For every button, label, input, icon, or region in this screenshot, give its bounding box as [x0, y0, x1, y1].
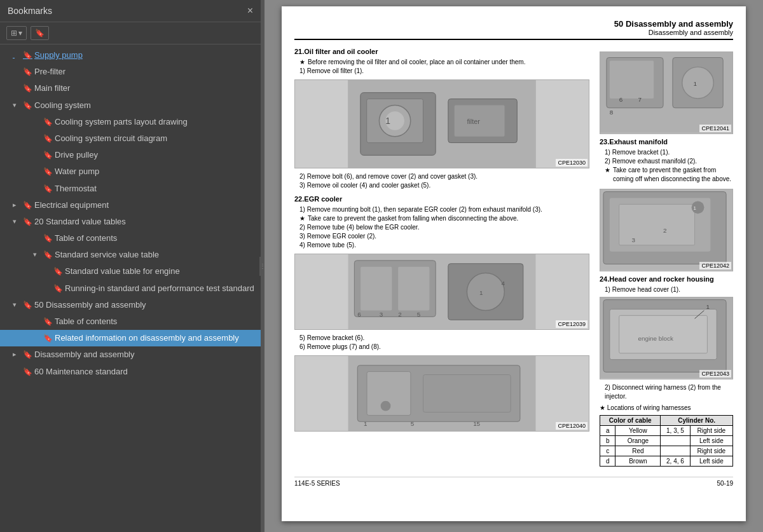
sidebar-item-water-pump[interactable]: 🔖 Water pump: [0, 163, 261, 180]
wiring-row4-col1: d: [600, 456, 615, 467]
oil-filter-image: 1 filter CPE12030: [294, 79, 589, 168]
col-right: 6 7 8 1 CPE12041 23.Exhaust manifold 1) …: [600, 48, 733, 467]
spacer: [43, 266, 52, 276]
section-23: 6 7 8 1 CPE12041 23.Exhaust manifold 1) …: [600, 51, 733, 467]
page-footer: 114E-5 SERIES 50-19: [294, 477, 733, 487]
bookmark-button[interactable]: 🔖: [31, 26, 49, 40]
svg-text:4: 4: [501, 280, 505, 287]
bookmark-icon: 🔖: [53, 266, 62, 277]
wiring-row2-col3: [661, 436, 690, 446]
bookmark-icon: 🔖: [23, 367, 32, 378]
sidebar-item-label: Disassembly and assembly: [34, 349, 256, 360]
section-23-step1: 1) Remove bracket (1).: [605, 148, 733, 157]
section-23-step2: 2) Remove exhaust manifold (2).: [605, 157, 733, 166]
sidebar-item-std-value-engine[interactable]: 🔖 Standard value table for engine: [0, 263, 261, 280]
sidebar-header: Bookmarks ×: [0, 0, 261, 22]
main-content: 50 Disassembly and assembly Disassembly …: [265, 0, 763, 532]
page-container: 50 Disassembly and assembly Disassembly …: [265, 0, 763, 532]
svg-text:filter: filter: [467, 118, 480, 125]
sidebar-item-toc1[interactable]: 🔖 Table of contents: [0, 230, 261, 247]
bookmark-icon: 🔖: [23, 217, 32, 228]
section-21-step3: 3) Remove oil cooler (4) and cooler gask…: [299, 181, 589, 190]
bookmark-icon: 🔖: [23, 83, 32, 94]
footer-series: 114E-5 SERIES: [294, 480, 340, 487]
sidebar-item-related-info[interactable]: 🔖 Related information on disassembly and…: [0, 330, 261, 346]
svg-rect-11: [361, 267, 392, 311]
sidebar-item-label: Cooling system circuit diagram: [55, 133, 256, 144]
svg-rect-41: [619, 204, 695, 245]
svg-text:3: 3: [632, 236, 636, 243]
sidebar-item-label: 20 Standard value tables: [34, 216, 256, 228]
sidebar-collapse-handle[interactable]: ◄: [259, 257, 261, 276]
section-22: 22.EGR cooler 1) Remove mounting bolt (1…: [294, 195, 589, 432]
footer-page: 50-19: [717, 480, 733, 487]
egr-image: 6 2 3 5 1 4 CPE12039: [294, 254, 589, 330]
svg-text:6: 6: [357, 311, 361, 318]
head-cover-image: 1 engine block CPE12043: [600, 297, 733, 379]
spacer: [33, 167, 42, 176]
sidebar-item-label: Electrical equipment: [34, 200, 256, 211]
sidebar-item-label: Thermostat: [55, 183, 256, 194]
section-21-title: 21.Oil filter and oil cooler: [294, 48, 589, 55]
svg-text:8: 8: [610, 109, 614, 116]
svg-point-18: [467, 273, 504, 311]
sidebar-item-cooling-circuit[interactable]: 🔖 Cooling system circuit diagram: [0, 130, 261, 147]
sidebar-item-label: Running-in standard and performance test…: [65, 283, 256, 294]
sidebar-item-drive-pulley[interactable]: 🔖 Drive pulley: [0, 147, 261, 163]
wiring-row1-col1: a: [600, 426, 615, 436]
close-button[interactable]: ×: [247, 5, 253, 17]
wiring-row3-col4: Right side: [690, 446, 732, 456]
wiring-col-header-2: Cylinder No.: [661, 416, 733, 426]
sidebar-item-label: Cooling system: [34, 100, 256, 111]
chevron-down-icon: [33, 250, 42, 259]
svg-text:2: 2: [398, 311, 401, 318]
bookmark-icon: 🔖: [23, 200, 32, 211]
img1-caption: CPE12030: [556, 159, 588, 167]
sidebar-item-label: Standard value table for engine: [65, 266, 256, 277]
sidebar-item-electrical-equip[interactable]: 🔖 Electrical equipment: [0, 197, 261, 214]
view-grid-icon: ⊞: [11, 29, 17, 38]
svg-text:1: 1: [694, 205, 697, 211]
sidebar-item-main-filter[interactable]: 🔖 Main filter: [0, 80, 261, 97]
wiring-row4-col3: 2, 4, 6: [661, 456, 690, 467]
img2-caption: CPE12039: [556, 320, 588, 328]
sidebar-item-label: Cooling system parts layout drawing: [55, 116, 256, 128]
spacer: [33, 233, 42, 243]
sidebar-item-cooling-parts-layout[interactable]: 🔖 Cooling system parts layout drawing: [0, 114, 261, 130]
sidebar-item-toc2[interactable]: 🔖 Table of contents: [0, 313, 261, 330]
col-left: 21.Oil filter and oil cooler Before remo…: [294, 48, 589, 467]
sidebar-item-supply-pump[interactable]: 🔖 Supply pump: [0, 47, 261, 64]
sidebar-item-label: 50 Disassembly and assembly: [34, 299, 256, 311]
table-row: d Brown 2, 4, 6 Left side: [600, 456, 733, 467]
sidebar-item-std-service-value[interactable]: 🔖 Standard service value table: [0, 247, 261, 263]
sidebar-item-thermostat[interactable]: 🔖 Thermostat: [0, 181, 261, 197]
sidebar-item-disassembly-assembly[interactable]: 🔖 Disassembly and assembly: [0, 346, 261, 363]
bookmark-icon: 🔖: [23, 50, 32, 61]
chevron-down-icon: [13, 217, 22, 226]
exhaust-manifold-image: 6 7 8 1 CPE12041: [600, 51, 733, 134]
section-24-step2: 2) Disconnect wiring harness (2) from th…: [605, 383, 733, 401]
sidebar-item-label: Related information on disassembly and a…: [55, 332, 256, 344]
table-row: c Red Right side: [600, 446, 733, 456]
sidebar-item-running-standard[interactable]: 🔖 Running-in standard and performance te…: [0, 280, 261, 297]
chevron-right-icon: [13, 350, 22, 359]
svg-rect-24: [423, 375, 511, 413]
sidebar-item-label: Drive pulley: [55, 149, 256, 161]
sidebar-item-60-maintenance[interactable]: 🔖 60 Maintenance standard: [0, 364, 261, 380]
bracket-image: 1 5 15 CPE12040: [294, 355, 589, 432]
svg-text:6: 6: [619, 96, 623, 103]
view-options-button[interactable]: ⊞ ▾: [6, 26, 27, 40]
svg-point-25: [381, 401, 391, 411]
wiring-section: ★ Locations of wiring harnesses Color of…: [600, 404, 733, 467]
svg-text:1: 1: [364, 420, 367, 427]
section-22-step2: 2) Remove tube (4) below the EGR cooler.: [299, 223, 589, 232]
svg-text:engine block: engine block: [638, 335, 673, 342]
sidebar-tree: 🔖 Supply pump 🔖 Pre-filter 🔖 Main filter…: [0, 44, 261, 532]
sidebar-item-50-disassembly[interactable]: 🔖 50 Disassembly and assembly: [0, 297, 261, 313]
sidebar-item-label: Standard service value table: [55, 249, 256, 261]
svg-text:1: 1: [706, 303, 710, 310]
sidebar-item-cooling-system[interactable]: 🔖 Cooling system: [0, 97, 261, 114]
section-24-step1: 1) Remove head cover (1).: [605, 285, 733, 294]
sidebar-item-20-standard[interactable]: 🔖 20 Standard value tables: [0, 214, 261, 230]
sidebar-item-pre-filter[interactable]: 🔖 Pre-filter: [0, 64, 261, 80]
